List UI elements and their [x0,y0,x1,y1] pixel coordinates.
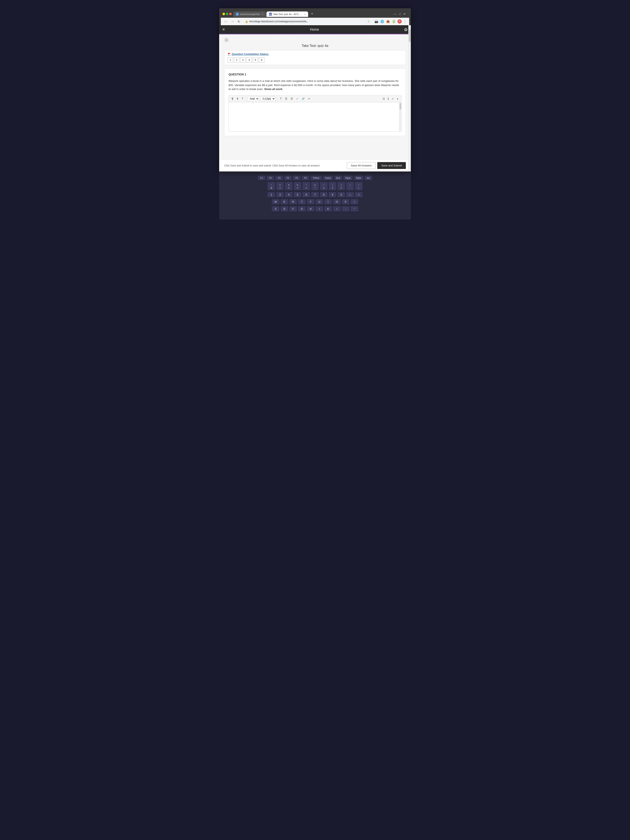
font-size-select[interactable]: 3 (12pt) [261,96,275,101]
key-4[interactable]: 4 [285,192,292,197]
key-home[interactable]: Home [323,175,333,180]
ext-icon-1[interactable]: 📷 [374,19,378,24]
power-button[interactable]: ⏻ [404,28,407,32]
check-button[interactable]: ✓ [295,97,299,101]
question-num-3[interactable]: 3 [240,57,246,63]
key-i[interactable]: I [324,199,332,205]
save-and-submit-button[interactable]: Save and Submit [377,162,406,169]
maximize-button[interactable] [226,13,228,15]
address-bar[interactable]: 🔒 limcollege.blackboard.com/webapps/asse… [243,19,373,24]
underline-button[interactable]: T [241,97,244,101]
question-num-4[interactable]: 4 [246,57,252,63]
key-dash[interactable]: —- [346,182,354,190]
key-u[interactable]: U [316,199,323,205]
key-f7[interactable]: PrtScn [310,175,322,180]
ext-icon-2[interactable]: 🌐 [380,19,384,24]
key-r[interactable]: R [289,199,297,205]
key-l[interactable]: \ [333,206,341,212]
key-pgup[interactable]: PgUp [343,175,353,180]
key-t[interactable]: T [298,199,306,205]
new-tab-button[interactable]: + [309,11,315,17]
tab-searchmanager-close[interactable]: ✕ [262,13,264,16]
page-scrollbar[interactable] [408,25,411,172]
key-s[interactable]: S [272,206,279,212]
key-colon[interactable]: : [342,206,349,212]
key-ast[interactable]: *8 [320,182,327,190]
list-button[interactable]: ☰ [284,97,288,101]
key-6[interactable]: 6 [303,192,310,197]
key-f6[interactable]: F6 [302,175,309,180]
question-num-2[interactable]: 2 [234,57,239,63]
key-quote[interactable]: " [351,206,358,212]
key-9[interactable]: 9 [329,192,336,197]
hamburger-menu-icon[interactable]: ≡ [223,27,225,32]
key-f[interactable]: F [289,206,297,212]
editor-scrollbar[interactable] [399,102,401,131]
key-f4[interactable]: F4 [284,175,292,180]
bold-button[interactable]: T [231,96,234,101]
key-ins[interactable]: Ins [365,175,372,180]
key-pct[interactable]: %5 [294,182,301,190]
key-f3[interactable]: F3 [275,175,283,180]
key-amp[interactable]: &7 [311,182,319,190]
key-f5[interactable]: F5 [293,175,300,180]
editor-body[interactable] [229,102,401,131]
tab-quiz[interactable]: Bb Take Test: quiz 4a – ACCT2700 ✕ [267,11,308,17]
key-equals[interactable]: = [355,192,363,197]
resize-button[interactable]: ⤢ [391,97,395,101]
key-k[interactable]: K [324,206,332,212]
collapse-button[interactable]: ∨ [396,97,399,101]
key-e[interactable]: E [281,199,288,205]
info-button[interactable]: ℹ [387,97,390,101]
window-minimize-icon[interactable]: — [394,12,397,16]
back-button[interactable]: ← [223,19,228,24]
key-f2[interactable]: F2 [267,175,274,180]
question-num-5[interactable]: 5 [253,57,258,63]
indent-button[interactable]: ☰ [290,97,294,101]
key-p[interactable]: P [342,199,349,205]
key-j[interactable]: I [316,206,323,212]
key-g[interactable]: G [298,206,306,212]
key-f1[interactable]: F1 [258,175,265,180]
key-minus[interactable]: — [346,192,354,197]
font-family-select[interactable]: Arial [248,96,259,101]
question-num-1[interactable]: 1 [228,57,233,63]
profile-icon[interactable]: D [398,19,402,24]
forward-button[interactable]: → [230,19,235,24]
bookmark-icon[interactable]: ☆ [367,20,370,23]
question-num-6[interactable]: 6 [259,57,264,63]
key-3[interactable]: 3 [276,192,284,197]
completion-status-label[interactable]: 🚩 Question Completion Status: [228,52,402,55]
key-2[interactable]: 2 [267,192,275,197]
key-o[interactable]: O [333,199,341,205]
fullscreen-button[interactable]: ⊡ [382,97,386,101]
key-hash[interactable]: $4 [285,182,292,190]
ext-icon-4[interactable]: 🔋 [392,19,396,24]
undo-button[interactable]: ↩ [307,97,311,101]
font-color-button[interactable]: T [279,97,283,101]
key-h[interactable]: H [307,206,314,212]
key-rparen[interactable]: )0 [338,182,345,190]
key-5[interactable]: 5 [294,192,301,197]
key-w[interactable]: W [272,199,279,205]
key-7[interactable]: 7 [311,192,319,197]
key-lparen[interactable]: (9 [329,182,336,190]
key-at[interactable]: #3 [276,182,284,190]
italic-button[interactable]: T [235,97,239,101]
key-pgdn[interactable]: PgDn [354,175,363,180]
tab-quiz-close[interactable]: ✕ [304,13,306,16]
window-close-icon[interactable]: ✕ [403,12,406,16]
key-plus[interactable]: += [355,182,363,190]
key-y[interactable]: Y [307,199,314,205]
minimize-button[interactable] [223,13,225,15]
key-d[interactable]: D [281,206,288,212]
ext-icon-3[interactable]: 📥 [386,19,390,24]
key-8[interactable]: 8 [320,192,327,197]
close-button[interactable] [229,13,232,15]
refresh-button[interactable]: ↻ [237,19,241,24]
expand-button[interactable]: › [224,38,229,42]
key-excl[interactable]: !@ [267,182,275,190]
key-0[interactable]: 0 [338,192,345,197]
key-caret[interactable]: ^6 [303,182,310,190]
key-end[interactable]: End [334,175,342,180]
